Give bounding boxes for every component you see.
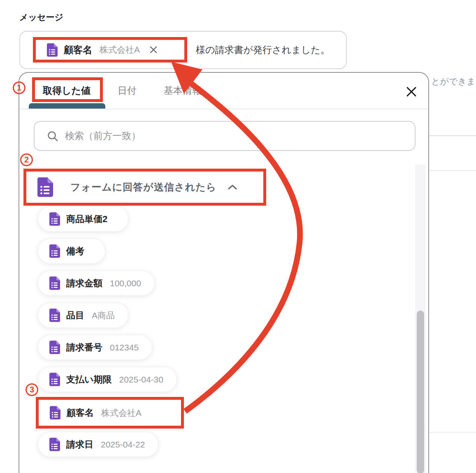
chip-label: 顧客名 — [67, 407, 94, 419]
search-icon — [47, 130, 58, 142]
variable-chip[interactable]: 請求番号 012345 — [38, 335, 152, 360]
tab-basic-info[interactable]: 基本情報 — [164, 84, 202, 97]
google-forms-icon — [49, 373, 60, 386]
variable-chip[interactable]: 顧客名 株式会社A — [39, 400, 181, 426]
google-forms-icon — [49, 438, 60, 451]
chip-label: 請求日 — [66, 438, 93, 451]
section-label: フォームに回答が送信されたら — [70, 181, 216, 194]
message-text: 様の請求書が発行されました。 — [196, 44, 330, 56]
search-input[interactable] — [65, 130, 378, 141]
google-forms-icon — [37, 177, 53, 197]
background-divider — [429, 170, 476, 171]
close-icon — [405, 85, 418, 98]
background-divider — [429, 432, 476, 433]
search-field[interactable] — [34, 121, 416, 151]
chip-label: 備考 — [66, 245, 84, 257]
customer-name-chip-annotation: 顧客名 株式会社A — [36, 397, 184, 429]
google-forms-icon — [49, 341, 60, 354]
chip-label: 商品単価2 — [66, 213, 107, 225]
background-help-text: とができま — [431, 76, 475, 87]
chip-label: 品目 — [66, 309, 84, 322]
google-forms-icon — [49, 244, 60, 258]
variable-picker-modal: 取得した値 日付 基本情報 — [19, 72, 429, 473]
chip-label: 顧客名 — [64, 44, 92, 56]
active-tab-underline — [29, 103, 105, 109]
variable-chip[interactable]: 支払い期限 2025-04-30 — [38, 367, 177, 392]
message-field-label: メッセージ — [19, 12, 63, 23]
chip-label: 請求金額 — [66, 277, 102, 290]
chip-value: 012345 — [110, 343, 139, 352]
inserted-variable-chip[interactable]: 顧客名 株式会社A — [33, 37, 187, 63]
tab-annotation-box — [32, 77, 103, 102]
trigger-section-header[interactable]: フォームに回答が送信されたら — [23, 169, 266, 206]
google-forms-icon — [49, 212, 60, 226]
screen: とができま メッセージ 様の請求書が発行されました。 顧客名 株式会社A 取得し… — [0, 0, 476, 473]
google-forms-icon — [50, 406, 60, 420]
close-button[interactable] — [403, 83, 420, 100]
google-forms-icon — [49, 276, 60, 290]
chip-value: A商品 — [92, 310, 115, 321]
tab-date[interactable]: 日付 — [118, 84, 137, 97]
variable-chip[interactable]: 備考 — [38, 239, 105, 264]
step-1-badge: 1 — [13, 81, 26, 94]
variable-chip[interactable]: 請求金額 100,000 — [38, 271, 155, 296]
chip-label: 支払い期限 — [66, 373, 112, 386]
chip-value: 100,000 — [110, 278, 141, 288]
step-2-badge: 2 — [20, 153, 33, 166]
chip-value: 株式会社A — [100, 44, 140, 56]
chevron-up-icon[interactable] — [227, 183, 238, 191]
google-forms-icon — [49, 308, 60, 322]
google-forms-icon — [47, 43, 58, 57]
chip-value: 2025-04-30 — [119, 375, 163, 385]
background-divider — [429, 135, 476, 136]
variable-chip[interactable]: 品目 A商品 — [38, 303, 128, 328]
variable-chip[interactable]: 商品単価2 — [38, 206, 128, 232]
chip-value: 2025-04-22 — [101, 440, 145, 450]
tab-divider — [19, 109, 428, 109]
scrollbar-thumb[interactable] — [417, 311, 424, 473]
variable-chip[interactable]: 請求日 2025-04-22 — [38, 432, 158, 457]
step-3-badge: 3 — [26, 383, 38, 396]
chip-label: 請求番号 — [66, 341, 102, 354]
chip-remove-icon[interactable] — [149, 45, 158, 54]
chip-value: 株式会社A — [101, 407, 142, 419]
